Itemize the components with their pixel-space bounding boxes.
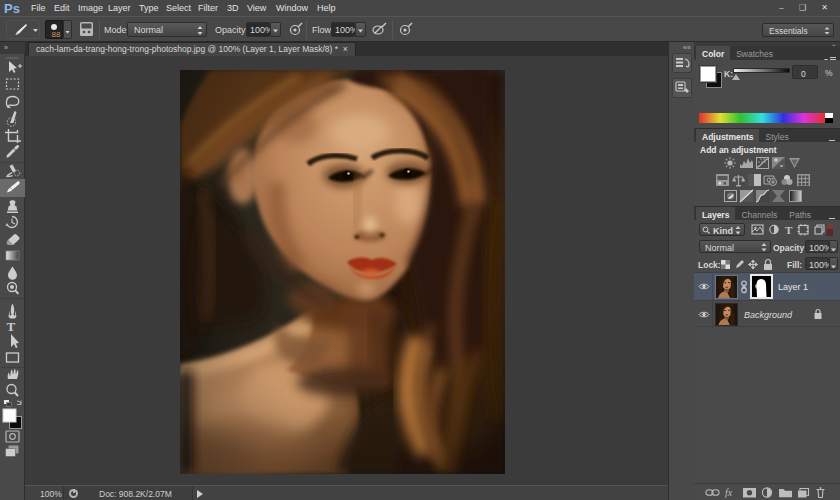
svg-text:fx: fx [725, 487, 733, 498]
svg-text:»: » [4, 44, 8, 51]
svg-text:T: T [785, 224, 793, 236]
svg-text:T: T [7, 319, 16, 334]
